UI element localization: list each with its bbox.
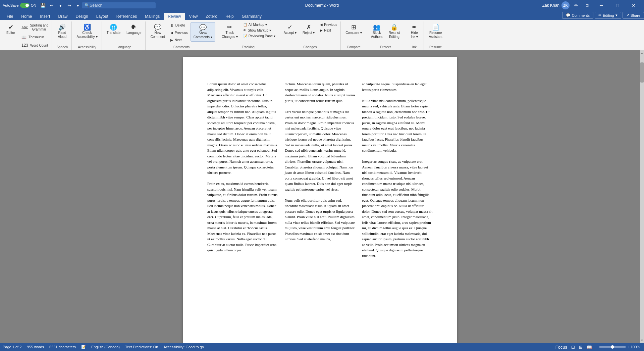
user-area: Zak Khan ZK — [542, 1, 570, 9]
customize-btn[interactable]: ▾ — [74, 1, 82, 9]
thesaurus-button[interactable]: 📖 Thesaurus — [19, 34, 50, 41]
tab-insert[interactable]: Insert — [36, 13, 54, 20]
zoom-slider[interactable] — [599, 346, 626, 348]
reject-icon: ✗ — [306, 24, 311, 30]
accept-icon: ✓ — [287, 24, 292, 30]
undo-button[interactable]: ↩ — [48, 1, 56, 9]
read-mode-button[interactable]: 📖 — [586, 344, 593, 350]
title-bar-left: AutoSave ON 💾 ↩ ▾ ↪ ▾ — [3, 1, 82, 9]
char-count-status[interactable]: 6551 characters — [49, 345, 76, 349]
delete-comment-button[interactable]: 🗑 Delete — [168, 22, 190, 29]
tab-references[interactable]: References — [112, 13, 141, 20]
page-content[interactable]: Lorem ipsum dolor sit amet consectetur a… — [207, 81, 433, 258]
maximize-button[interactable]: □ — [610, 0, 625, 11]
web-layout-button[interactable]: ⊞ — [578, 344, 583, 350]
resume-assistant-button[interactable]: 📄 ResumeAssistant — [426, 22, 445, 41]
save-button[interactable]: 💾 — [39, 1, 47, 9]
tab-home[interactable]: Home — [17, 13, 36, 20]
document-scroll[interactable]: Lorem ipsum dolor sit amet consectetur a… — [0, 50, 640, 343]
scroll-thumb[interactable] — [640, 62, 644, 83]
show-comments-button[interactable]: 💬 ShowComments ▾ — [191, 22, 215, 42]
ribbon-group-tracking: ✏ TrackChanges ▾ 📋 All Markup ▾ 👁 Show M… — [218, 21, 279, 50]
check-accessibility-button[interactable]: ♿ CheckAccessibility ▾ — [74, 22, 100, 41]
tracking-options: 📋 All Markup ▾ 👁 Show Markup ▾ 📝 Reviewi… — [241, 22, 277, 39]
page-info[interactable]: Page 1 of 2 — [3, 345, 21, 349]
undo-dropdown[interactable]: ▾ — [56, 1, 64, 9]
compare-icon: ⊞ — [351, 24, 356, 30]
speech-label: Speech — [54, 45, 70, 50]
restore-btn[interactable]: ⊡ — [583, 1, 591, 9]
text-predictions-status[interactable]: Text Predictions: On — [125, 345, 158, 349]
all-markup-button[interactable]: 📋 All Markup ▾ — [241, 22, 277, 27]
accept-button[interactable]: ✓ Accept ▾ — [281, 22, 299, 37]
show-markup-button[interactable]: 👁 Show Markup ▾ — [241, 28, 277, 33]
tab-review[interactable]: Review — [164, 13, 185, 20]
autosave-toggle[interactable]: AutoSave ON — [3, 3, 36, 8]
ribbon-group-accessibility: ♿ CheckAccessibility ▾ Accessibility — [72, 21, 102, 50]
restrict-editing-icon: 🔒 — [390, 24, 398, 30]
vertical-scrollbar[interactable]: ▲ ▼ — [640, 50, 644, 343]
previous-change-button[interactable]: ◀ Previous — [318, 22, 339, 27]
search-input[interactable] — [90, 3, 150, 8]
word-count-status[interactable]: 955 words — [27, 345, 44, 349]
reviewing-pane-button[interactable]: 📝 Reviewing Pane ▾ — [241, 34, 277, 39]
share-button[interactable]: ↗ Share — [623, 12, 644, 19]
block-authors-button[interactable]: 👥 BlockAuthors — [368, 22, 385, 41]
comments-button[interactable]: 💬 Comments — [562, 12, 593, 19]
autosave-toggle-switch[interactable] — [20, 3, 30, 8]
editor-icon: ✔ — [8, 24, 13, 30]
minimize-button[interactable]: ─ — [594, 0, 609, 11]
previous-comment-button[interactable]: ◀ Previous — [168, 30, 190, 36]
zoom-out-icon[interactable]: − — [595, 345, 597, 349]
tab-mailings[interactable]: Mailings — [141, 13, 164, 20]
col2-paragraph-3: Nunc velit elit, porttitor quis enim sed… — [285, 198, 356, 242]
protect-label: Protect — [368, 45, 402, 50]
prev-change-icon: ◀ — [320, 23, 323, 27]
ribbon-group-changes: ✓ Accept ▾ ✗ Reject ▾ ◀ Previous ▶ Next … — [280, 21, 341, 50]
reject-button[interactable]: ✗ Reject ▾ — [300, 22, 317, 37]
restrict-editing-button[interactable]: 🔒 RestrictEditing — [386, 22, 403, 41]
read-aloud-button[interactable]: 🔊 ReadAloud — [54, 22, 70, 41]
scroll-track[interactable] — [640, 56, 644, 338]
tab-zotero[interactable]: Zotero — [202, 13, 221, 20]
scroll-down-button[interactable]: ▼ — [640, 338, 644, 343]
tab-view[interactable]: View — [185, 13, 202, 20]
word-count-button[interactable]: 123 Word Count — [19, 42, 50, 49]
tab-file[interactable]: File — [3, 13, 17, 20]
tab-draw[interactable]: Draw — [54, 13, 71, 20]
tab-grammarly[interactable]: Grammarly — [238, 13, 266, 20]
hide-ink-icon: ✒ — [412, 24, 417, 30]
next-comment-button[interactable]: ▶ Next — [168, 37, 190, 44]
ribbon-group-protect: 👥 BlockAuthors 🔒 RestrictEditing Protect — [367, 21, 404, 50]
zoom-thumb[interactable] — [611, 345, 614, 349]
tab-help[interactable]: Help — [221, 13, 238, 20]
language-status[interactable]: English (Canada) — [91, 345, 120, 349]
hide-ink-button[interactable]: ✒ HideInk ▾ — [406, 22, 422, 41]
editing-button[interactable]: ✏ Editing ▾ — [595, 12, 621, 19]
zoom-level[interactable]: 100% — [631, 345, 641, 349]
spelling-grammar-button[interactable]: abc Spelling andGrammar — [19, 22, 50, 33]
ribbon: ✔ Editor abc Spelling andGrammar 📖 Thesa… — [0, 20, 644, 50]
tab-design[interactable]: Design — [71, 13, 92, 20]
focus-button[interactable]: Focus — [555, 344, 568, 350]
editor-button[interactable]: ✔ Editor — [3, 22, 19, 37]
scroll-up-button[interactable]: ▲ — [640, 50, 644, 56]
ribbon-group-ink: ✒ HideInk ▾ Ink — [405, 21, 424, 50]
print-layout-button[interactable]: ⊡ — [571, 344, 576, 350]
translate-button[interactable]: 🌐 Translate — [104, 22, 123, 37]
ribbon-group-speech: 🔊 ReadAloud Speech — [53, 21, 72, 50]
proofing-content: ✔ Editor abc Spelling andGrammar 📖 Thesa… — [3, 22, 50, 49]
new-comment-button[interactable]: 💬 NewComment — [148, 22, 167, 41]
search-box[interactable]: 🔍 — [82, 2, 156, 8]
compare-button[interactable]: ⊞ Compare ▾ — [343, 22, 365, 37]
close-button[interactable]: ✕ — [626, 0, 641, 11]
redo-button[interactable]: ↪ — [65, 1, 73, 9]
tab-layout[interactable]: Layout — [92, 13, 112, 20]
language-button[interactable]: 🗣 Language — [124, 22, 144, 37]
zoom-control[interactable]: − + 100% — [595, 345, 641, 349]
track-changes-button[interactable]: ✏ TrackChanges ▾ — [219, 22, 240, 41]
next-change-button[interactable]: ▶ Next — [318, 28, 339, 33]
pen-icon[interactable]: ✏ — [572, 1, 580, 9]
accessibility-status[interactable]: Accessibility: Good to go — [163, 345, 204, 349]
zoom-in-icon[interactable]: + — [627, 345, 629, 349]
